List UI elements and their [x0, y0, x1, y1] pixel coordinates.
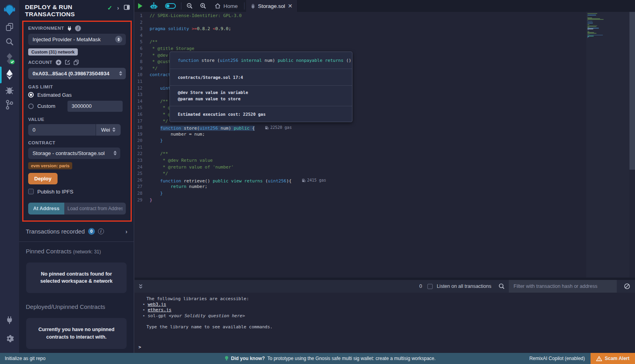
tooltip-signature: function store (uint256 internal num) pu… [170, 52, 352, 69]
account-select[interactable]: 0xA03...85ac4 (0.398673504934 [28, 68, 126, 79]
copilot-toggle[interactable] [162, 0, 179, 12]
pinned-empty-message: No pinned contracts found for selected w… [26, 262, 127, 293]
publish-ipfs-option[interactable]: Publish to IPFS [28, 189, 126, 195]
code-line: 21 [135, 144, 326, 151]
tab-home[interactable]: Home [210, 3, 242, 9]
tooltip-gas-estimate: Estimated execution cost: 22520 gas [170, 106, 352, 122]
estimated-gas-radio[interactable] [28, 92, 34, 98]
settings-icon[interactable] [0, 333, 19, 344]
listen-transactions-checkbox[interactable] [427, 284, 433, 289]
lightbulb-icon [225, 356, 229, 361]
expand-terminal-icon[interactable] [138, 284, 143, 289]
code-line: 23 * @dev Return value [135, 157, 326, 164]
code-line: 26 function retrieve() public view retur… [135, 177, 326, 184]
search-icon[interactable] [0, 36, 19, 47]
main-area: Home Storage.sol ✕ 1// SPDX-License-Iden… [135, 0, 635, 353]
terminal-prompt[interactable]: > [139, 345, 141, 350]
debugger-icon[interactable] [0, 85, 19, 95]
remix-ide-window: DEPLOY & RUN TRANSACTIONS ✓ › ENVIRONMEN… [0, 0, 635, 364]
select-arrows-icon [119, 71, 122, 76]
deployed-empty-message: Currently you have no unpinned contracts… [26, 318, 127, 349]
deploy-button[interactable]: Deploy [28, 173, 58, 184]
estimated-gas-option[interactable]: Estimated Gas [28, 92, 126, 98]
editor-tabbar: Home Storage.sol ✕ [135, 0, 635, 12]
code-line: 5/** [135, 39, 326, 46]
transactions-recorded-row[interactable]: Transactions recorded 0 i › [19, 222, 134, 240]
solidity-file-icon [251, 4, 255, 9]
contract-select[interactable]: Storage - contracts/Storage.sol [28, 148, 120, 159]
copy-account-icon[interactable] [73, 59, 79, 65]
code-line: 19 number = num; [135, 131, 326, 138]
terminal-search-icon[interactable] [498, 283, 505, 289]
edit-account-icon[interactable] [65, 59, 70, 65]
ethersjs-link[interactable]: ethers.js [148, 307, 171, 312]
zoom-out-button[interactable] [183, 0, 196, 12]
remix-logo-icon[interactable] [0, 3, 19, 17]
transactions-expand-icon[interactable]: › [125, 228, 127, 234]
deployed-contracts-title: Deployed/Unpinned Contracts [19, 295, 134, 312]
custom-gas-input[interactable] [67, 101, 123, 112]
at-address-input[interactable] [64, 203, 126, 215]
terminal-hint: Type the library name to see available c… [141, 324, 635, 330]
editor-scrollbar[interactable] [629, 12, 635, 170]
git-init-button[interactable]: Initialize as git repo [0, 356, 131, 361]
minimap[interactable] [586, 12, 629, 278]
code-line: 3pragma solidity >=0.8.2 <0.9.0; [135, 26, 326, 33]
toggle-on-icon [165, 3, 176, 9]
tooltip-file-path: contracts/Storage.sol 17:4 [170, 69, 352, 86]
status-bar: Initialize as git repo Did you know? To … [0, 353, 635, 364]
git-icon[interactable] [0, 99, 19, 110]
custom-gas-option[interactable]: Custom [28, 101, 126, 112]
code-line: 27 return number; [135, 184, 326, 190]
minimap-content [586, 12, 629, 38]
solidity-compiler-icon[interactable] [0, 52, 19, 65]
code-line: 25 */ [135, 171, 326, 177]
transactions-recorded-label: Transactions recorded [26, 228, 85, 235]
transaction-filter-input[interactable] [509, 280, 617, 293]
transactions-info-icon[interactable]: i [98, 228, 104, 234]
clear-console-icon[interactable] [621, 283, 635, 289]
scam-alert-button[interactable]: Scam Alert [591, 353, 635, 364]
listen-transactions-label: Listen on all transactions [437, 284, 491, 289]
code-line: 1// SPDX-License-Identifier: GPL-3.0 [135, 13, 326, 19]
custom-gas-radio[interactable] [28, 103, 34, 109]
environment-info-icon[interactable]: i [75, 25, 81, 31]
zoom-in-icon [200, 3, 206, 9]
code-line: 4 [135, 33, 326, 39]
hover-tooltip: function store (uint256 internal num) pu… [169, 52, 352, 122]
code-line: 18 function store(uint256 num) public {2… [135, 125, 326, 131]
terminal-output[interactable]: The following libraries are accessible: … [135, 293, 635, 353]
split-panel-icon[interactable] [124, 5, 130, 10]
deploy-run-icon[interactable] [0, 69, 19, 80]
pinned-network-subtitle: (network: 31) [73, 249, 101, 255]
code-editor[interactable]: 1// SPDX-License-Identifier: GPL-3.023pr… [135, 12, 635, 278]
tab-close-icon[interactable]: ✕ [288, 3, 292, 9]
select-arrows-icon [114, 151, 117, 155]
chevron-right-icon[interactable]: › [117, 5, 119, 11]
value-label: VALUE [28, 117, 126, 122]
zoom-in-button[interactable] [196, 0, 210, 12]
environment-select[interactable]: Injected Provider - MetaMask [28, 34, 126, 45]
run-script-button[interactable] [135, 0, 146, 12]
value-unit-select[interactable]: Wei [96, 124, 121, 136]
add-account-icon[interactable] [56, 59, 62, 65]
web3js-link[interactable]: web3.js [148, 302, 166, 307]
tab-storage-sol[interactable]: Storage.sol ✕ [246, 0, 298, 12]
file-explorer-icon[interactable] [0, 22, 19, 32]
robot-icon [150, 2, 158, 10]
pending-tx-count: 0 [419, 284, 422, 289]
value-input[interactable] [28, 124, 96, 136]
code-line: 20 } [135, 138, 326, 144]
zoom-out-icon [187, 3, 193, 9]
pinned-contracts-title: Pinned Contracts (network: 31) [19, 242, 134, 256]
home-icon [215, 3, 221, 9]
tooltip-doc: @dev Store value in variable @param num … [170, 86, 352, 106]
at-address-button[interactable]: At Address [28, 203, 64, 215]
divider [181, 2, 181, 10]
terminal-toolbar: 0 Listen on all transactions [135, 280, 635, 293]
copilot-status-label: RemixAI Copilot (enabled) [529, 356, 585, 361]
transactions-count-badge: 0 [88, 228, 95, 235]
plugin-manager-icon[interactable] [0, 314, 19, 326]
publish-ipfs-checkbox[interactable] [28, 189, 34, 194]
ai-copilot-button[interactable] [146, 0, 162, 12]
